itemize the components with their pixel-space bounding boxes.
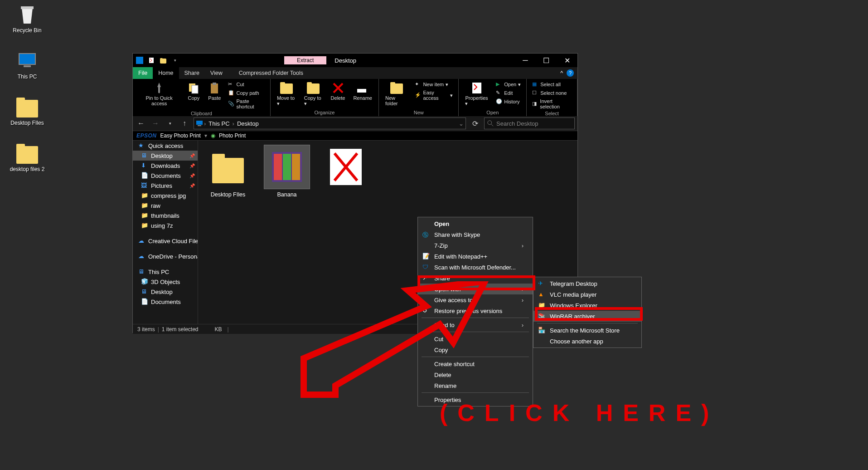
ctx-create-shortcut[interactable]: Create shortcut [418, 358, 533, 369]
maximize-button[interactable]: ☐ [536, 54, 557, 67]
sidebar-item-this-pc[interactable]: 🖥This PC [133, 267, 198, 277]
tab-share[interactable]: Share [179, 67, 205, 79]
rename-button[interactable]: Rename [351, 81, 374, 102]
openwith-search-the-microsoft-store[interactable]: 🏪Search the Microsoft Store [533, 325, 641, 336]
app-icon[interactable] [135, 55, 145, 65]
ctx-share-with-skype[interactable]: ⓈShare with Skype [418, 229, 533, 240]
file-item-desktop-files[interactable]: Desktop FIles [205, 145, 251, 198]
paste-shortcut-button[interactable]: 📎Paste shortcut [227, 98, 265, 110]
ctx-edit-with-notepad-[interactable]: 📝Edit with Notepad++ [418, 251, 533, 262]
ctx-open-with[interactable]: Open with› [418, 284, 533, 294]
breadcrumb-desktop[interactable]: Desktop [234, 120, 262, 127]
sidebar-item-documents[interactable]: 📄Documents [133, 297, 198, 307]
openwith-winrar-archiver[interactable]: 📚WinRAR archiver [533, 311, 641, 322]
pin-icon: 📌 [189, 183, 195, 188]
pin-icon: 📌 [189, 173, 195, 178]
sidebar-item-pictures[interactable]: 🖼Pictures📌 [133, 181, 198, 191]
recycle-bin-icon[interactable]: Recycle Bin [7, 4, 48, 34]
pc-icon [16, 50, 38, 72]
ctx-copy[interactable]: Copy [418, 344, 533, 355]
openwith-choose-another-app[interactable]: Choose another app [533, 336, 641, 347]
ctx-rename[interactable]: Rename [418, 380, 533, 391]
copy-path-button[interactable]: 📋Copy path [227, 89, 265, 97]
sidebar-item-desktop[interactable]: 🖥Desktop [133, 287, 198, 297]
sidebar-item-thumbnails[interactable]: 📁thumbnails [133, 211, 198, 220]
pin-quick-access-button[interactable]: Pin to Quick access [137, 81, 181, 107]
ctx-scan-with-microsoft-defender-[interactable]: 🛡Scan with Microsoft Defender... [418, 262, 533, 273]
new-item-button[interactable]: ✦New item ▾ [414, 81, 454, 88]
sidebar-item-desktop[interactable]: 🖥Desktop📌 [133, 151, 198, 161]
desktop-files-folder[interactable]: Desktop FIles [7, 96, 48, 126]
openwith-telegram-desktop[interactable]: ✈Telegram Desktop [533, 278, 641, 289]
forward-button[interactable]: → [150, 118, 161, 129]
copy-button[interactable]: Copy [185, 81, 202, 102]
ctx-share[interactable]: ↗Share [418, 273, 533, 284]
search-box[interactable]: Search Desktop [484, 118, 575, 129]
breadcrumb-this-pc[interactable]: This PC [206, 120, 232, 127]
ribbon-collapse[interactable]: ^ [557, 70, 567, 76]
open-button[interactable]: ▶Open ▾ [495, 81, 522, 88]
ctx-restore-previous-versions[interactable]: ↺Restore previous versions [418, 305, 533, 316]
address-dropdown[interactable]: ⌄ [459, 120, 464, 127]
qat-folder[interactable] [158, 55, 168, 65]
ctx-delete[interactable]: Delete [418, 369, 533, 380]
select-none-button[interactable]: ☐Select none [531, 89, 572, 97]
ctx-7-zip[interactable]: 7-Zip› [418, 240, 533, 251]
sidebar-item-downloads[interactable]: ⬇Downloads📌 [133, 161, 198, 171]
sidebar-item-label: Pictures [151, 182, 172, 189]
move-to-button[interactable]: Move to ▾ [275, 81, 298, 108]
invert-selection-button[interactable]: ◨Invert selection [531, 98, 572, 110]
copy-to-button[interactable]: Copy to ▾ [302, 81, 325, 108]
sidebar-item-compress-jpg[interactable]: 📁compress jpg [133, 191, 198, 201]
ctx-send-to[interactable]: Send to› [418, 319, 533, 330]
address-bar[interactable]: › This PC › Desktop ⌄ [194, 118, 466, 129]
recent-dropdown[interactable]: ▾ [165, 118, 175, 129]
photo-print[interactable]: Photo Print [219, 132, 246, 139]
minimize-button[interactable]: ─ [515, 54, 536, 67]
properties-button[interactable]: Properties ▾ [463, 81, 490, 108]
ctx-cut[interactable]: Cut [418, 333, 533, 344]
close-button[interactable]: ✕ [557, 54, 577, 67]
qat-dropdown[interactable]: ▾ [170, 55, 180, 65]
sidebar-item-onedrive---personal[interactable]: ☁OneDrive - Personal [133, 251, 198, 261]
cut-button[interactable]: ✂Cut [227, 81, 265, 88]
tab-view[interactable]: View [205, 67, 228, 79]
edit-button[interactable]: ✎Edit [495, 89, 522, 97]
tab-file[interactable]: File [133, 67, 153, 79]
menu-label: Send to [434, 322, 455, 328]
sidebar-item-documents[interactable]: 📄Documents📌 [133, 171, 198, 181]
sidebar-item-creative-cloud-files[interactable]: ☁Creative Cloud Files [133, 236, 198, 246]
new-folder-button[interactable]: New folder [383, 81, 409, 107]
openwith-windows-explorer[interactable]: 📁Windows Explorer [533, 300, 641, 311]
file-label: Banana [264, 191, 310, 198]
file-item-banana[interactable]: Banana [264, 145, 310, 198]
up-button[interactable]: ↑ [179, 118, 190, 129]
desktop-files-2-folder[interactable]: desktop files 2 [7, 142, 48, 172]
tab-compressed-tools[interactable]: Compressed Folder Tools [233, 67, 309, 79]
ctx-open[interactable]: Open [418, 218, 533, 229]
context-tab-extract[interactable]: Extract [284, 56, 326, 64]
sidebar-item-label: thumbnails [151, 212, 179, 219]
openwith-vlc-media-player[interactable]: ▲VLC media player [533, 289, 641, 300]
easy-access-button[interactable]: ⚡Easy access ▾ [414, 89, 454, 101]
history-button[interactable]: 🕐History [495, 98, 522, 105]
easy-photo-print[interactable]: Easy Photo Print [160, 132, 201, 139]
winrar-icon: 📚 [538, 313, 545, 320]
delete-button[interactable]: Delete [329, 81, 347, 102]
back-button[interactable]: ← [136, 118, 146, 129]
file-item-untitled[interactable] [323, 145, 369, 191]
tab-home[interactable]: Home [153, 67, 179, 79]
sidebar-item-raw[interactable]: 📁raw [133, 201, 198, 211]
qat-properties[interactable] [146, 55, 156, 65]
shortcut-icon: 📎 [228, 101, 234, 107]
desktop-icon: 🖥 [141, 288, 148, 295]
select-all-button[interactable]: ▦Select all [531, 81, 572, 88]
sidebar-item-using-7z[interactable]: 📁using 7z [133, 220, 198, 230]
sidebar-item-quick-access[interactable]: ★Quick access [133, 141, 198, 151]
this-pc-icon[interactable]: This PC [7, 50, 48, 80]
refresh-button[interactable]: ⟳ [470, 118, 480, 129]
ctx-give-access-to[interactable]: Give access to› [418, 294, 533, 305]
help-button[interactable]: ? [567, 69, 574, 77]
sidebar-item-3d-objects[interactable]: 🧊3D Objects [133, 277, 198, 287]
paste-button[interactable]: Paste [206, 81, 223, 102]
